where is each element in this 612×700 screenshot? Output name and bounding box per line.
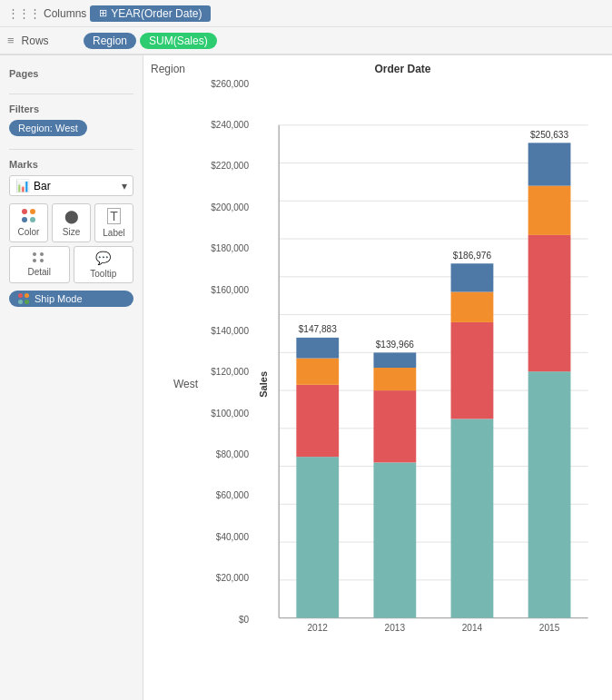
rows-label: ≡ Rows [7,34,80,47]
svg-text:$250,633: $250,633 [530,130,569,140]
label-icon: T [107,208,121,224]
color-mark-item[interactable]: Color [9,203,48,242]
svg-text:$120,000: $120,000 [211,367,249,377]
chart-area: Region Order Date West $260,000$240,000$… [143,55,612,700]
svg-text:2015: 2015 [539,623,560,633]
order-date-label: Order Date [201,63,605,75]
pages-title: Pages [9,68,133,79]
svg-text:2012: 2012 [308,623,329,633]
svg-text:$260,000: $260,000 [211,79,249,89]
color-icon [22,209,36,223]
svg-rect-47 [528,371,571,617]
marks-type-dropdown[interactable]: 📊 Bar ▾ [9,175,133,196]
svg-text:$200,000: $200,000 [211,202,249,212]
bar-chart-icon: 📊 [15,179,30,192]
marks-title: Marks [9,159,133,170]
svg-rect-48 [528,235,571,371]
svg-rect-50 [528,143,571,185]
svg-rect-49 [528,186,571,235]
tooltip-mark-item[interactable]: 💬 Tooltip [74,246,134,283]
marks-section: Marks 📊 Bar ▾ Color [0,153,143,312]
svg-rect-43 [451,292,494,322]
svg-text:$20,000: $20,000 [216,573,250,583]
svg-text:$0: $0 [239,615,250,625]
svg-text:$60,000: $60,000 [216,490,250,500]
svg-text:$40,000: $40,000 [216,532,250,542]
region-pill[interactable]: Region [84,33,136,49]
svg-text:2013: 2013 [385,623,406,633]
svg-rect-29 [296,457,339,617]
svg-rect-42 [451,322,494,419]
svg-rect-41 [451,419,494,617]
sales-axis-label: Sales [258,371,269,398]
columns-label: ⋮⋮⋮ Columns [7,6,86,20]
svg-text:$139,966: $139,966 [376,340,415,350]
ship-mode-pill[interactable]: Ship Mode [9,291,133,307]
west-row-label: West [173,378,198,390]
region-filter-pill[interactable]: Region: West [9,120,87,136]
svg-text:$80,000: $80,000 [216,449,250,459]
detail-mark-item[interactable]: Detail [9,246,70,283]
pages-section: Pages [0,63,143,90]
svg-text:$100,000: $100,000 [211,409,249,419]
svg-rect-38 [373,352,416,368]
svg-text:$140,000: $140,000 [211,326,249,336]
tooltip-icon: 💬 [95,251,111,265]
svg-rect-35 [373,462,416,617]
ship-mode-dots-icon [18,293,29,304]
svg-text:$186,976: $186,976 [453,251,492,261]
svg-rect-37 [373,368,416,390]
svg-rect-36 [373,390,416,462]
svg-text:2014: 2014 [462,623,483,633]
svg-text:$240,000: $240,000 [211,120,249,130]
sum-sales-pill[interactable]: SUM(Sales) [140,33,217,49]
dropdown-arrow-icon: ▾ [122,180,127,192]
svg-text:$160,000: $160,000 [211,285,249,295]
detail-icon [33,252,45,263]
region-axis-label: Region [151,63,201,75]
filters-title: Filters [9,104,133,114]
rows-icon: ≡ [7,34,15,47]
label-mark-item[interactable]: T Label [94,203,133,242]
size-mark-item[interactable]: ⬤ Size [52,203,91,242]
y-axis: $260,000$240,000$220,000$200,000$180,000… [200,75,256,693]
svg-rect-32 [296,338,339,359]
filters-section: Filters Region: West [0,98,143,145]
year-order-date-pill[interactable]: ⊞ YEAR(Order Date) [90,5,211,22]
svg-rect-30 [296,385,339,457]
svg-rect-44 [451,263,494,291]
bar-chart: $147,8832012$139,9662013$186,9762014$250… [271,75,605,693]
svg-text:$180,000: $180,000 [211,243,249,253]
svg-text:$147,883: $147,883 [299,324,338,334]
svg-text:$220,000: $220,000 [211,161,249,171]
svg-rect-31 [296,359,339,385]
size-icon: ⬤ [64,209,79,223]
columns-icon: ⋮⋮⋮ [7,6,40,20]
